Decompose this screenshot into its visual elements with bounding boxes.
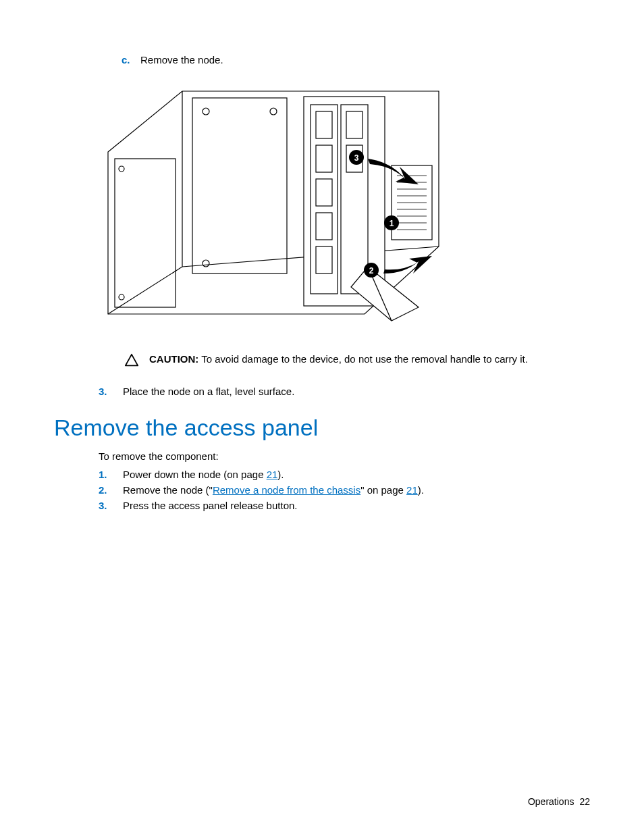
page-content: c. Remove the node. bbox=[0, 0, 644, 511]
caution-icon bbox=[118, 353, 145, 368]
link-page-21-a[interactable]: 21 bbox=[267, 469, 278, 480]
server-node-illustration: 1 2 3 bbox=[101, 71, 452, 341]
step-1-text: Power down the node (on page 21). bbox=[123, 469, 284, 480]
link-remove-node-chassis[interactable]: Remove a node from the chassis bbox=[213, 484, 360, 496]
step-1: 1. Power down the node (on page 21). bbox=[99, 469, 590, 480]
step-1-marker: 1. bbox=[99, 469, 123, 480]
step-3-marker: 3. bbox=[99, 500, 123, 511]
svg-point-1 bbox=[119, 166, 124, 172]
figure-remove-node: 1 2 3 bbox=[101, 71, 590, 341]
step-3-upper-text: Place the node on a flat, level surface. bbox=[123, 386, 294, 397]
svg-rect-0 bbox=[115, 159, 176, 307]
step-2: 2. Remove the node ("Remove a node from … bbox=[99, 484, 590, 496]
caution-block: CAUTION: To avoid damage to the device, … bbox=[118, 353, 590, 368]
svg-point-5 bbox=[270, 108, 277, 115]
step-2-marker: 2. bbox=[99, 484, 123, 496]
substep-c: c. Remove the node. bbox=[122, 54, 590, 66]
step-3-upper-marker: 3. bbox=[99, 386, 123, 397]
svg-text:2: 2 bbox=[369, 266, 374, 276]
caution-body: To avoid damage to the device, do not us… bbox=[198, 353, 528, 365]
step-2-text: Remove the node ("Remove a node from the… bbox=[123, 484, 424, 496]
svg-text:3: 3 bbox=[354, 153, 359, 163]
svg-point-4 bbox=[203, 108, 209, 115]
intro-text: To remove the component: bbox=[99, 450, 590, 462]
heading-remove-access-panel: Remove the access panel bbox=[54, 415, 590, 441]
step-3-text: Press the access panel release button. bbox=[123, 500, 298, 511]
step-3: 3. Press the access panel release button… bbox=[99, 500, 590, 511]
svg-rect-3 bbox=[192, 98, 287, 273]
step-3-upper: 3. Place the node on a flat, level surfa… bbox=[99, 386, 590, 397]
link-page-21-b[interactable]: 21 bbox=[406, 484, 418, 496]
footer-section: Operations bbox=[528, 796, 574, 807]
caution-label: CAUTION: bbox=[149, 353, 198, 365]
caution-text: CAUTION: To avoid damage to the device, … bbox=[145, 353, 590, 365]
substep-c-text: Remove the node. bbox=[140, 54, 223, 66]
svg-point-6 bbox=[203, 260, 209, 267]
page-footer: Operations22 bbox=[528, 796, 590, 807]
svg-point-2 bbox=[119, 294, 124, 300]
footer-page-number: 22 bbox=[579, 796, 590, 807]
svg-text:1: 1 bbox=[390, 219, 394, 228]
substep-c-marker: c. bbox=[122, 54, 140, 66]
